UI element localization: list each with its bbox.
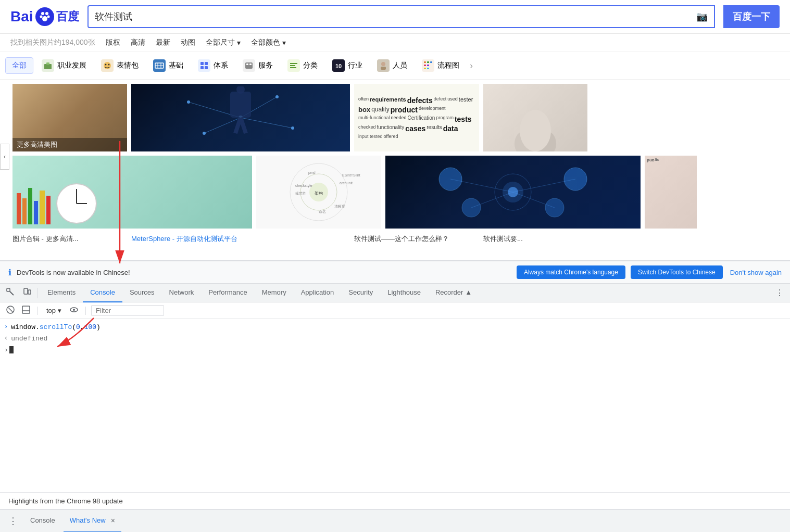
cat-tab-flowchart[interactable]: 流程图 bbox=[416, 56, 466, 75]
console-toolbar: top ▾ bbox=[0, 302, 790, 319]
tab-lighthouse[interactable]: Lighthouse bbox=[380, 284, 428, 302]
context-selector[interactable]: top ▾ bbox=[43, 306, 65, 315]
cat-tab-classify[interactable]: 分类 bbox=[281, 56, 324, 75]
inspect-icon[interactable] bbox=[2, 285, 19, 301]
toggle-drawer-icon[interactable] bbox=[20, 305, 32, 316]
svg-point-41 bbox=[275, 95, 279, 98]
image-item-1[interactable]: 更多高清美图 bbox=[12, 84, 127, 151]
console-cursor bbox=[9, 346, 14, 353]
switch-to-chinese-button[interactable]: Switch DevTools to Chinese bbox=[631, 265, 723, 279]
filter-copyright[interactable]: 版权 bbox=[106, 38, 120, 47]
tab-network[interactable]: Network bbox=[162, 284, 202, 302]
devtools-tabs-bar: Elements Console Sources Network Perform… bbox=[0, 284, 790, 302]
more-icon[interactable]: › bbox=[468, 60, 475, 71]
dont-show-again-link[interactable]: Don't show again bbox=[730, 269, 782, 276]
tab-performance[interactable]: Performance bbox=[201, 284, 254, 302]
svg-rect-17 bbox=[205, 66, 208, 69]
drawer-tab-console[interactable]: Console bbox=[24, 510, 61, 533]
svg-point-39 bbox=[187, 100, 190, 104]
cat-tab-career[interactable]: 职业发展 bbox=[35, 56, 93, 75]
svg-line-37 bbox=[241, 118, 293, 128]
tab-console[interactable]: Console bbox=[83, 284, 122, 302]
cat-tab-system[interactable]: 体系 bbox=[192, 56, 234, 75]
prompt-arrow: › bbox=[4, 346, 8, 354]
svg-rect-6 bbox=[46, 62, 49, 65]
tab-application[interactable]: Application bbox=[294, 284, 342, 302]
drawer-menu-icon[interactable]: ⋮ bbox=[4, 513, 22, 529]
tab-security[interactable]: Security bbox=[341, 284, 380, 302]
close-whats-new-icon[interactable]: × bbox=[111, 516, 115, 525]
context-label: top bbox=[46, 307, 56, 314]
svg-rect-82 bbox=[28, 290, 31, 294]
filter-hd[interactable]: 高清 bbox=[131, 38, 145, 47]
image-item-8[interactable]: pub lic bbox=[645, 156, 697, 229]
filter-color-dropdown[interactable]: 全部颜色 ▾ bbox=[251, 38, 286, 47]
logo-bai: Bai bbox=[10, 8, 33, 25]
clear-console-icon[interactable] bbox=[4, 305, 17, 316]
tab-recorder[interactable]: Recorder ▲ bbox=[428, 284, 479, 302]
match-language-button[interactable]: Always match Chrome's language bbox=[517, 265, 625, 279]
search-input[interactable] bbox=[95, 11, 692, 22]
console-filter-input[interactable] bbox=[91, 305, 164, 316]
image-row-1: 更多高清美图 bbox=[12, 84, 697, 151]
camera-icon[interactable]: 📷 bbox=[696, 11, 708, 22]
devtools-panel: ℹ DevTools is now available in Chinese! … bbox=[0, 260, 790, 382]
eye-icon[interactable] bbox=[68, 305, 80, 316]
recorder-icon: ▲ bbox=[465, 288, 472, 296]
info-icon: ℹ bbox=[8, 268, 11, 277]
tab-memory[interactable]: Memory bbox=[255, 284, 294, 302]
cat-tab-service[interactable]: 服务 bbox=[236, 56, 279, 75]
cmd-comma: , bbox=[80, 323, 84, 331]
search-bar[interactable]: 📷 bbox=[87, 5, 715, 28]
caption-4: 软件测试要... bbox=[483, 234, 523, 244]
browser-viewport: Bai 百度 📷 百度一下 找到相关图片约194,000张 版权 高清 最新 动… bbox=[0, 0, 790, 260]
settings-icon[interactable]: ⋮ bbox=[771, 285, 788, 301]
svg-rect-79 bbox=[7, 288, 10, 292]
svg-text:命名: 命名 bbox=[319, 210, 326, 213]
cat-tab-industry[interactable]: 10 行业 bbox=[326, 56, 369, 75]
image-item-5[interactable] bbox=[12, 156, 252, 229]
filter-gif[interactable]: 动图 bbox=[181, 38, 195, 47]
device-mode-icon[interactable] bbox=[19, 285, 35, 301]
drawer-tab-whats-new[interactable]: What's New × bbox=[64, 510, 121, 533]
toolbar-sep-1 bbox=[37, 307, 38, 315]
svg-point-4 bbox=[42, 16, 47, 21]
tab-sources[interactable]: Sources bbox=[122, 284, 162, 302]
caption-3: 软件测试——这个工作怎么样？ bbox=[354, 234, 479, 244]
svg-point-2 bbox=[40, 16, 42, 18]
svg-line-80 bbox=[10, 292, 14, 295]
svg-text:pmd: pmd bbox=[308, 171, 316, 175]
cat-tab-all[interactable]: 全部 bbox=[5, 57, 33, 74]
filter-latest[interactable]: 最新 bbox=[156, 38, 170, 47]
cat-tab-basic[interactable]: 基础 bbox=[147, 56, 190, 75]
scroll-left-btn[interactable]: ‹ bbox=[0, 144, 9, 170]
caption-2[interactable]: MeterSphere - 开源自动化测试平台 bbox=[131, 234, 350, 244]
image-item-3[interactable]: often requirements defects defect used t… bbox=[354, 84, 479, 151]
search-button[interactable]: 百度一下 bbox=[723, 5, 780, 28]
image-item-2[interactable] bbox=[131, 84, 350, 151]
image-item-4[interactable] bbox=[483, 84, 587, 151]
svg-text:规范性: 规范性 bbox=[295, 192, 306, 195]
tab-elements[interactable]: Elements bbox=[40, 284, 83, 302]
image-item-7[interactable] bbox=[385, 156, 641, 229]
svg-point-42 bbox=[291, 126, 294, 130]
cat-tab-emoji[interactable]: 表情包 bbox=[95, 56, 145, 75]
console-content: › window.scrollTo(0,100) ‹ undefined › bbox=[0, 319, 790, 382]
cmd-arg1: 0 bbox=[76, 323, 80, 331]
svg-line-84 bbox=[8, 308, 12, 312]
svg-text:清晰度
              checkstyle
 : 清晰度 checkstyle pmd archunit SonarQube bbox=[334, 205, 345, 208]
filter-size-dropdown[interactable]: 全部尺寸 ▾ bbox=[206, 38, 241, 47]
svg-rect-28 bbox=[427, 61, 429, 63]
tab-separator bbox=[37, 288, 38, 298]
svg-point-25 bbox=[381, 62, 385, 66]
cat-tab-people[interactable]: 人员 bbox=[371, 56, 413, 75]
highlights-bar: Highlights from the Chrome 98 update bbox=[0, 492, 790, 509]
svg-rect-5 bbox=[44, 64, 52, 69]
console-line-2: ‹ undefined bbox=[0, 333, 790, 344]
svg-rect-85 bbox=[22, 306, 30, 313]
cmd-arg2: 100 bbox=[84, 323, 96, 331]
image-item-6[interactable]: 架构 ESintTSlint archunit pmd checkstyle 规… bbox=[256, 156, 381, 229]
highlights-text: Highlights from the Chrome 98 update bbox=[8, 497, 123, 505]
svg-rect-15 bbox=[205, 62, 208, 65]
svg-point-88 bbox=[73, 309, 75, 311]
